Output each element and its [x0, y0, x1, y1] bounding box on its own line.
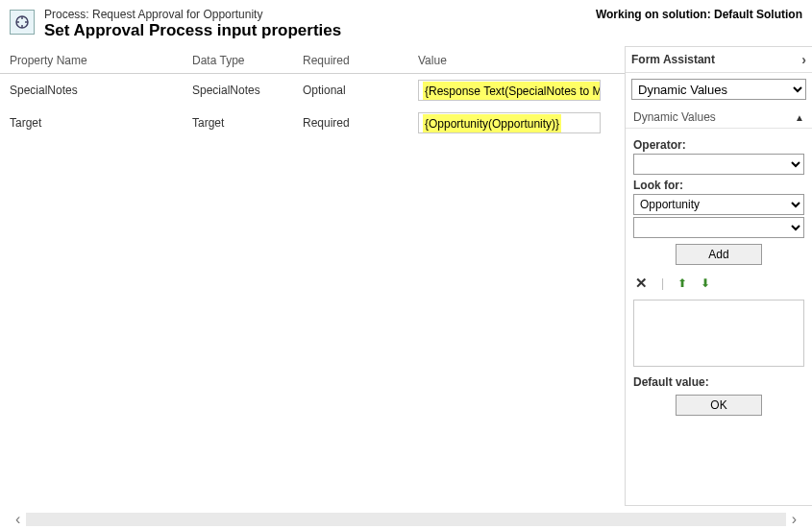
page-title: Set Approval Process input properties [44, 21, 341, 40]
dynamic-values-select[interactable]: Dynamic Values [631, 79, 806, 100]
property-name: SpecialNotes [0, 84, 192, 97]
move-up-icon[interactable]: ⬆ [677, 277, 687, 290]
process-label: Process: Request Approval for Opportunit… [44, 8, 341, 21]
process-icon [10, 10, 35, 35]
property-required: Optional [303, 84, 408, 97]
section-title: Dynamic Values [633, 110, 716, 124]
default-value-label: Default value: [633, 375, 804, 389]
property-datatype: Target [192, 116, 303, 130]
collapse-icon: ▲ [795, 112, 804, 123]
value-token: {Response Text(SpecialNotes to Manager)} [423, 82, 601, 101]
divider: | [661, 277, 664, 290]
properties-header-row: Property Name Data Type Required Value [0, 46, 625, 74]
property-name: Target [0, 116, 192, 130]
lookfor-label: Look for: [633, 179, 804, 192]
property-required: Required [303, 116, 408, 130]
lookfor-attribute-select[interactable] [633, 217, 804, 238]
property-value-input[interactable]: {Opportunity(Opportunity)} [418, 112, 601, 133]
dynamic-values-section-header[interactable]: Dynamic Values ▲ [626, 106, 812, 129]
property-value-input[interactable]: {Response Text(SpecialNotes to Manager)} [418, 80, 601, 101]
col-header-name: Property Name [0, 54, 192, 67]
operator-select[interactable] [633, 154, 804, 175]
remove-icon[interactable]: ✕ [635, 275, 648, 292]
form-assistant-header[interactable]: Form Assistant › [626, 47, 812, 73]
col-header-value: Value [408, 54, 625, 67]
col-header-datatype: Data Type [192, 54, 303, 67]
property-datatype: SpecialNotes [192, 84, 303, 97]
add-button[interactable]: Add [676, 244, 762, 265]
ok-button[interactable]: OK [676, 395, 762, 416]
chevron-right-icon: › [801, 52, 806, 67]
scroll-right-icon[interactable]: › [786, 511, 802, 528]
lookfor-entity-select[interactable]: Opportunity [633, 194, 804, 215]
col-header-required: Required [303, 54, 408, 67]
working-on-solution: Working on solution: Default Solution [596, 8, 802, 21]
property-row: Target Target Required {Opportunity(Oppo… [0, 107, 625, 139]
scroll-left-icon[interactable]: ‹ [10, 511, 26, 528]
dynamic-values-list[interactable] [633, 300, 804, 367]
form-assistant-panel: Form Assistant › Dynamic Values Dynamic … [625, 46, 812, 506]
move-down-icon[interactable]: ⬇ [701, 277, 710, 290]
value-token: {Opportunity(Opportunity)} [423, 114, 561, 133]
form-assistant-title: Form Assistant [631, 53, 715, 66]
horizontal-scrollbar[interactable]: ‹ › [10, 510, 802, 529]
operator-label: Operator: [633, 138, 804, 152]
scroll-track[interactable] [26, 513, 785, 526]
property-row: SpecialNotes SpecialNotes Optional {Resp… [0, 74, 625, 107]
